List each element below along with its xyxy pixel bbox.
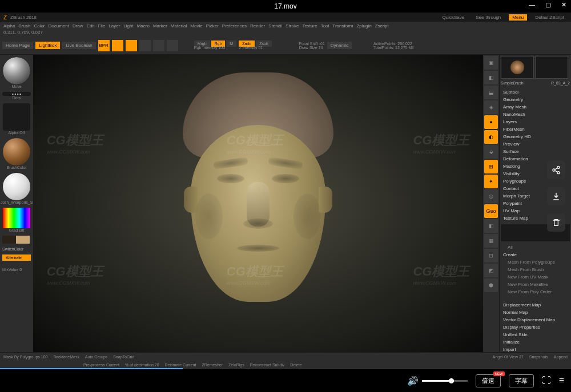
bb-reconstruct[interactable]: Reconstruct Subdiv — [250, 363, 285, 367]
focal-shift-label[interactable]: Focal Shift -61 — [299, 42, 325, 46]
tool-thumb-a[interactable] — [501, 56, 534, 79]
bb-decim-pct[interactable]: % of decimation 20 — [125, 363, 159, 367]
menu-movie[interactable]: Movie — [190, 23, 202, 29]
section-vdisp[interactable]: Vector Displacement Map — [503, 316, 568, 324]
section-layers[interactable]: Layers — [503, 118, 568, 126]
sub-create[interactable]: Create — [503, 251, 568, 258]
menu-tool[interactable]: Tool — [321, 23, 329, 29]
menu-transform[interactable]: Transform — [332, 23, 353, 29]
rt-icon-3[interactable]: ⬓ — [484, 86, 498, 99]
rt-icon-5[interactable]: ● — [484, 115, 498, 129]
color-picker-slot[interactable]: Gradient — [2, 208, 31, 232]
bb-snapshots[interactable]: Snapshots — [529, 355, 548, 359]
section-disp[interactable]: Displacement Map — [503, 301, 568, 309]
rt-icon-9[interactable]: ✦ — [484, 175, 498, 188]
section-geohd[interactable]: Geometry HD — [503, 133, 568, 140]
menu-light[interactable]: Light — [123, 23, 133, 29]
share-button[interactable] — [547, 161, 565, 179]
sub-mfp[interactable]: Mesh From Polygroups — [503, 258, 568, 266]
menu-macro[interactable]: Macro — [137, 23, 150, 29]
menu-document[interactable]: Document — [49, 23, 69, 29]
alternate-button[interactable]: Alternate — [2, 254, 31, 261]
menu-preferences[interactable]: Preferences — [222, 23, 247, 29]
menu-draw[interactable]: Draw — [73, 23, 83, 29]
section-init[interactable]: Initialize — [503, 338, 568, 346]
bb-delete[interactable]: Delete — [290, 363, 301, 367]
bb-decim[interactable]: Decimate Current — [165, 363, 196, 367]
bb-autogroup[interactable]: Auto Groups — [85, 355, 107, 359]
sub-nfu[interactable]: New From UV Mask — [503, 273, 568, 281]
menu-edit[interactable]: Edit — [87, 23, 95, 29]
rt-icon-6[interactable]: ◐ — [484, 130, 498, 144]
rt-icon-12[interactable]: ◧ — [484, 219, 498, 233]
close-button[interactable]: ✕ — [561, 1, 566, 9]
section-preview[interactable]: Preview — [503, 140, 568, 148]
section-geometry[interactable]: Geometry — [503, 96, 568, 103]
rt-icon-16[interactable]: ⬢ — [484, 278, 498, 292]
rt-icon-13[interactable]: ▦ — [484, 234, 498, 248]
menu-picker[interactable]: Picker — [206, 23, 219, 29]
rt-icon-14[interactable]: ⊡ — [484, 249, 498, 262]
draw-mode-button[interactable] — [126, 40, 137, 51]
dynamic-button[interactable]: Dynamic — [327, 42, 352, 49]
viewport-canvas[interactable]: CG模型王www.CGMXW.com CG模型王www.CGMXW.com CG… — [33, 55, 483, 352]
rt-icon-7[interactable]: ⬙ — [484, 145, 498, 159]
speed-button[interactable]: 倍速 NEW — [476, 374, 501, 387]
rt-icon-8[interactable]: ⊞ — [484, 160, 498, 173]
home-page-button[interactable]: Home Page — [2, 42, 33, 49]
swatch-a[interactable] — [2, 236, 16, 244]
bpr-button[interactable]: BPR — [98, 40, 110, 51]
menu-render[interactable]: Render — [250, 23, 265, 29]
rt-icon-15[interactable]: ◩ — [484, 264, 498, 277]
sub-nfm[interactable]: New From Makelike — [503, 281, 568, 288]
move-button[interactable] — [167, 40, 178, 51]
bb-backface[interactable]: BackfaceMask — [53, 355, 79, 359]
section-import[interactable]: Import — [503, 346, 568, 352]
bb-snap[interactable]: SnapToGrid — [113, 355, 134, 359]
rotate-button[interactable] — [153, 40, 164, 51]
live-boolean-button[interactable]: Live Boolean — [62, 42, 95, 49]
minimize-button[interactable]: — — [529, 1, 535, 9]
alpha-slot[interactable]: Alpha Off — [2, 103, 31, 135]
rt-icon-geo[interactable]: Geo — [484, 204, 498, 218]
section-subtool[interactable]: Subtool — [503, 88, 568, 96]
menu-button[interactable]: Menu — [509, 14, 527, 21]
bb-preprocess[interactable]: Pre-process Current — [83, 363, 119, 367]
section-uskin[interactable]: Unified Skin — [503, 331, 568, 338]
volume-slider[interactable] — [422, 380, 468, 382]
menu-layer[interactable]: Layer — [108, 23, 120, 29]
section-surface[interactable]: Surface — [503, 148, 568, 155]
fullscreen-button[interactable]: ⛶ — [542, 375, 551, 386]
rt-icon-1[interactable]: ▣ — [484, 56, 498, 70]
scale-button[interactable] — [139, 40, 151, 51]
download-button[interactable] — [547, 187, 565, 205]
rt-icon-4[interactable]: ◈ — [484, 100, 498, 114]
playlist-button[interactable]: ≡ — [559, 375, 564, 386]
lightbox-button[interactable]: LightBox — [35, 42, 60, 49]
material-slot[interactable]: BrushColor — [2, 138, 31, 169]
delete-button[interactable] — [547, 213, 565, 232]
draw-size-label[interactable]: Draw Size 74 — [299, 46, 325, 50]
section-fiber[interactable]: FiberMesh — [503, 126, 568, 133]
tool-thumb-b[interactable] — [535, 56, 568, 79]
menu-alpha[interactable]: Alpha — [3, 23, 15, 29]
stroke-slot[interactable]: • • • • Dots — [2, 92, 31, 100]
maximize-button[interactable]: ▢ — [545, 1, 551, 9]
section-normal[interactable]: Normal Map — [503, 309, 568, 316]
rt-icon-2[interactable]: ◧ — [484, 71, 498, 84]
menu-zplugin[interactable]: Zplugin — [356, 23, 371, 29]
menu-marker[interactable]: Marker — [153, 23, 167, 29]
bb-zremesher[interactable]: ZRemesher — [202, 363, 223, 367]
quicksave-button[interactable]: QuickSave — [439, 14, 468, 21]
sub-nfp[interactable]: New From Poly Order — [503, 288, 568, 296]
sub-all[interactable]: All — [503, 244, 568, 251]
brush-slot[interactable]: Move — [2, 57, 31, 88]
menu-texture[interactable]: Texture — [302, 23, 317, 29]
rt-icon-10[interactable]: ◎ — [484, 189, 498, 203]
menu-file[interactable]: File — [98, 23, 105, 29]
sub-mfb[interactable]: Mesh From Brush — [503, 266, 568, 273]
subtitle-button[interactable]: 字幕 — [509, 374, 534, 387]
edit-mode-button[interactable] — [112, 40, 123, 51]
menu-brush[interactable]: Brush — [18, 23, 30, 29]
section-nano[interactable]: NanoMesh — [503, 111, 568, 118]
